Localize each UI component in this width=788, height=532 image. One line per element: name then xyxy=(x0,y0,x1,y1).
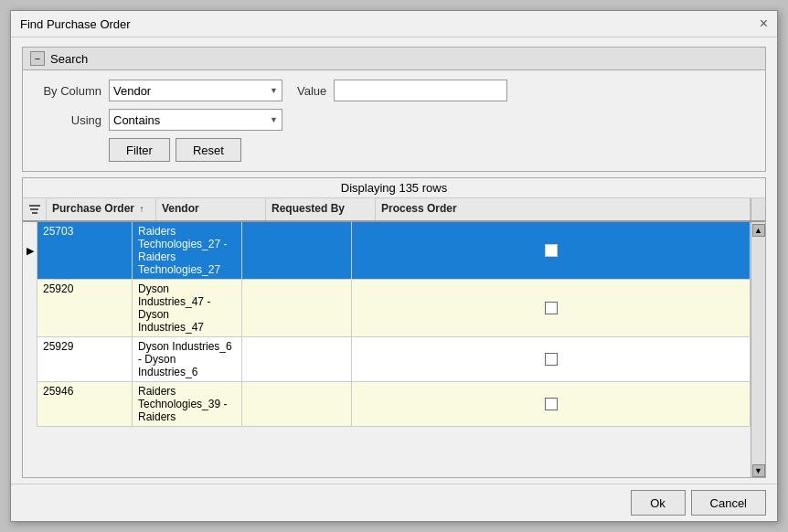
col-header-reqby[interactable]: Requested By xyxy=(266,198,376,220)
process-checkbox[interactable] xyxy=(545,398,558,410)
process-checkbox[interactable] xyxy=(545,244,558,257)
title-bar: Find Purchase Order × xyxy=(11,11,777,37)
filter-line-1 xyxy=(29,205,40,207)
by-column-row: By Column Vendor Value xyxy=(36,80,752,101)
search-label: Search xyxy=(50,52,88,66)
cancel-button[interactable]: Cancel xyxy=(691,490,766,516)
dialog-footer: Ok Cancel xyxy=(11,484,777,521)
col-header-process[interactable]: Process Order xyxy=(376,198,751,220)
close-button[interactable]: × xyxy=(760,16,768,31)
table-row-data[interactable]: 25920 Dyson Industries_47 - Dyson Indust… xyxy=(37,280,751,337)
cell-vendor: Dyson Industries_47 - Dyson Industries_4… xyxy=(133,280,242,336)
vertical-scrollbar[interactable]: ▲ ▼ xyxy=(751,222,765,477)
by-column-select-wrapper: Vendor xyxy=(109,80,282,101)
search-body: By Column Vendor Value Using Contains xyxy=(23,70,765,171)
filter-icon xyxy=(27,202,43,217)
scrollbar-header-spacer xyxy=(751,198,765,220)
table-area: Displaying 135 rows Purchase Order ↑ Ven… xyxy=(22,177,766,478)
row-indicator: ▶ xyxy=(23,222,37,280)
col-header-vendor[interactable]: Vendor xyxy=(156,198,266,220)
by-column-select[interactable]: Vendor xyxy=(109,80,282,101)
table-row[interactable]: ▶ 25703 Raiders Technologies_27 - Raider… xyxy=(23,222,751,280)
cell-reqby xyxy=(242,382,352,426)
search-header: − Search xyxy=(23,48,765,70)
by-column-label: By Column xyxy=(36,84,101,98)
cell-po: 25929 xyxy=(37,337,133,381)
collapse-button[interactable]: − xyxy=(30,51,45,66)
cell-process xyxy=(352,222,751,279)
table-header: Purchase Order ↑ Vendor Requested By Pro… xyxy=(23,198,765,222)
table-body-container: ▶ 25703 Raiders Technologies_27 - Raider… xyxy=(23,222,765,477)
using-row: Using Contains xyxy=(36,109,752,131)
value-input[interactable] xyxy=(334,80,507,101)
sort-indicator: ↑ xyxy=(139,204,144,214)
scroll-track xyxy=(752,237,765,464)
table-status: Displaying 135 rows xyxy=(23,178,765,198)
ok-button[interactable]: Ok xyxy=(631,490,686,516)
filter-line-3 xyxy=(32,212,37,214)
reset-button[interactable]: Reset xyxy=(176,138,241,162)
search-section: − Search By Column Vendor Value Using Co… xyxy=(22,47,766,172)
cell-vendor: Raiders Technologies_27 - Raiders Techno… xyxy=(133,222,242,279)
scroll-down-button[interactable]: ▼ xyxy=(752,464,765,477)
row-indicator xyxy=(23,382,37,427)
scroll-up-button[interactable]: ▲ xyxy=(752,224,765,237)
table-row[interactable]: 25920 Dyson Industries_47 - Dyson Indust… xyxy=(23,280,751,337)
dialog-title: Find Purchase Order xyxy=(20,17,131,31)
cell-vendor: Raiders Technologies_39 - Raiders xyxy=(133,382,242,426)
cell-process xyxy=(352,382,751,426)
cell-reqby xyxy=(242,222,352,279)
process-checkbox[interactable] xyxy=(545,302,558,314)
row-indicator xyxy=(23,280,37,337)
filter-line-2 xyxy=(30,208,38,210)
table-row[interactable]: 25929 Dyson Industries_6 - Dyson Industr… xyxy=(23,337,751,382)
row-indicator xyxy=(23,337,37,382)
using-label: Using xyxy=(36,113,101,127)
table-row-data[interactable]: 25929 Dyson Industries_6 - Dyson Industr… xyxy=(37,337,751,382)
value-label: Value xyxy=(297,84,326,98)
cell-po: 25703 xyxy=(37,222,133,279)
table-row[interactable]: 25946 Raiders Technologies_39 - Raiders xyxy=(23,382,751,427)
using-select[interactable]: Contains xyxy=(109,109,282,131)
process-checkbox[interactable] xyxy=(545,353,558,366)
using-select-wrapper: Contains xyxy=(109,109,282,131)
col-header-po[interactable]: Purchase Order ↑ xyxy=(47,198,156,220)
cell-process xyxy=(352,337,751,381)
find-purchase-order-dialog: Find Purchase Order × − Search By Column… xyxy=(10,10,778,522)
filter-button[interactable]: Filter xyxy=(109,138,170,162)
filter-row: Filter Reset xyxy=(109,138,752,162)
cell-po: 25920 xyxy=(37,280,133,336)
cell-po: 25946 xyxy=(37,382,133,426)
table-body[interactable]: ▶ 25703 Raiders Technologies_27 - Raider… xyxy=(23,222,751,477)
header-icon-cell xyxy=(23,198,47,220)
table-wrapper: Purchase Order ↑ Vendor Requested By Pro… xyxy=(23,198,765,477)
cell-vendor: Dyson Industries_6 - Dyson Industries_6 xyxy=(133,337,242,381)
table-row-data[interactable]: 25703 Raiders Technologies_27 - Raiders … xyxy=(37,222,751,280)
table-row-data[interactable]: 25946 Raiders Technologies_39 - Raiders xyxy=(37,382,751,427)
cell-reqby xyxy=(242,280,352,336)
cell-process xyxy=(352,280,751,336)
cell-reqby xyxy=(242,337,352,381)
